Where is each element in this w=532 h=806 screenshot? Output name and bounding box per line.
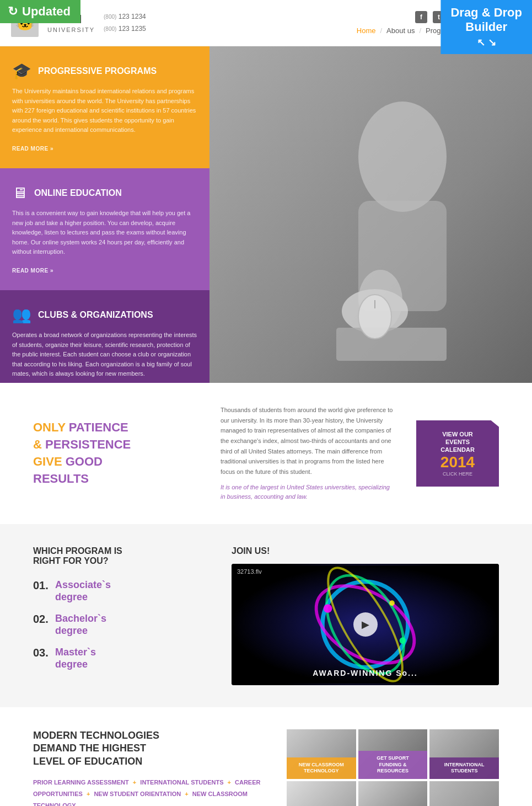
program-num-1: 01. [33, 579, 50, 592]
updated-badge: ↻ Updated [0, 0, 80, 23]
panel-header-online: 🖥 ONLINE EDUCATION [12, 184, 197, 202]
graduation-icon: 🎓 [12, 62, 31, 80]
good-text: GOOD [66, 455, 103, 468]
panel-text-progressive: The University maintains broad internati… [12, 87, 197, 135]
tech-links: PRIOR LEARNING ASSESSMENT + INTERNATIONA… [33, 777, 265, 806]
phone-block: (800) 123 1234 (800) 123 1235 [104, 11, 146, 35]
nav-sep1: / [380, 26, 382, 35]
svg-point-15 [400, 637, 406, 644]
program-name-3: Master`sdegree [55, 647, 96, 670]
programs-section: WHICH PROGRAM ISRIGHT FOR YOU? 01. Assoc… [0, 524, 532, 707]
motivation-section: ONLY PATIENCE & PERSISTENCE GIVE GOOD RE… [0, 383, 532, 524]
photo-placeholder-6 [429, 781, 499, 806]
panel-title-clubs: CLUBS & ORGANIZATIONS [38, 309, 153, 320]
tech-left: MODERN TECHNOLOGIESDEMAND THE HIGHESTLEV… [33, 729, 265, 806]
program-num-2: 02. [33, 613, 50, 626]
program-item-2[interactable]: 02. Bachelor`sdegree [33, 613, 198, 637]
join-heading: JOIN US! [232, 546, 499, 556]
photo-placeholder-5 [358, 781, 428, 806]
events-label: VIEW OUREVENTSCALENDAR [424, 430, 491, 454]
photo-item-2[interactable]: GET SUPORTFUNDING &RESOURCES [358, 729, 428, 779]
events-year: 2014 [424, 453, 491, 471]
svg-point-2 [358, 102, 447, 212]
program-name-1: Associate`sdegree [55, 579, 111, 603]
programs-left: WHICH PROGRAM ISRIGHT FOR YOU? 01. Assoc… [33, 546, 198, 685]
photo-overlay-3: INTERNATIONALSTUDENTS [429, 757, 499, 779]
photo-overlay-1: NEW CLASSROOMTECHNOLOGY [287, 757, 356, 779]
photo-overlay-2: GET SUPORTFUNDING &RESOURCES [358, 751, 428, 779]
link-prior[interactable]: PRIOR LEARNING ASSESSMENT [33, 779, 129, 786]
results-text: RESULTS [33, 472, 89, 485]
video-container[interactable]: 32713.flv ▶ AWARD-WINNING So... [232, 564, 499, 685]
events-box-container: VIEW OUREVENTSCALENDAR 2014 CLICK HERE [416, 420, 499, 487]
photo-placeholder-4 [287, 781, 356, 806]
photo-item-3[interactable]: INTERNATIONALSTUDENTS [429, 729, 499, 779]
panel-header-clubs: 👥 CLUBS & ORGANIZATIONS [12, 306, 197, 324]
panel-title-online: ONLINE EDUCATION [34, 188, 122, 198]
plus4: + [185, 791, 190, 797]
facebook-icon[interactable]: f [415, 11, 427, 23]
play-button[interactable]: ▶ [353, 612, 378, 637]
dnd-label: Drag & DropBuilder [450, 6, 522, 34]
give-text: GIVE [33, 455, 66, 468]
nav-about[interactable]: About us [386, 26, 415, 35]
program-num-3: 03. [33, 647, 50, 659]
photo-item-5[interactable]: CAREEROPPORTUNITIES [358, 781, 428, 806]
panel-progressive: 🎓 PROGRESSIVE PROGRAMS The University ma… [0, 46, 209, 168]
motivation-highlight: It is one of the largest in United State… [221, 483, 394, 502]
programs-right: JOIN US! [232, 546, 499, 685]
patience-text: PATIENCE [69, 420, 128, 434]
link-new[interactable]: NEW STUDENT ORIENTATION [94, 791, 181, 797]
panel-link-progressive[interactable]: READ MORE » [12, 146, 53, 152]
groups-icon: 👥 [12, 306, 31, 324]
video-watermark: AWARD-WINNING So... [232, 669, 499, 677]
panel-online: 🖥 ONLINE EDUCATION This is a convenient … [0, 168, 209, 290]
tech-heading: MODERN TECHNOLOGIESDEMAND THE HIGHESTLEV… [33, 729, 265, 768]
nav-home[interactable]: Home [357, 26, 376, 35]
panel-text-online: This is a convenient way to gain knowled… [12, 209, 197, 257]
program-item-3[interactable]: 03. Master`sdegree [33, 647, 198, 670]
tech-section: MODERN TECHNOLOGIESDEMAND THE HIGHESTLEV… [0, 707, 532, 806]
logo-sub: UNIVERSITY [47, 26, 95, 33]
monitor-icon: 🖥 [12, 184, 28, 202]
nav-sep2: / [419, 26, 421, 35]
motivation-tagline: ONLY PATIENCE & PERSISTENCE GIVE GOOD RE… [33, 419, 198, 487]
hero-image [209, 46, 532, 383]
svg-point-14 [324, 604, 332, 613]
phone2: 123 1235 [119, 25, 146, 33]
program-name-2: Bachelor`sdegree [55, 613, 106, 637]
photo-item-6[interactable]: PRIOR LEARNINGASSESSMENT [429, 781, 499, 806]
panel-link-online[interactable]: READ MORE » [12, 268, 53, 274]
photo-grid: NEW CLASSROOMTECHNOLOGY GET SUPORTFUNDIN… [287, 729, 499, 806]
arrows-icon: ↖ ↘ [450, 36, 522, 49]
plus3: + [87, 791, 92, 797]
click-here-label: CLICK HERE [424, 471, 491, 477]
panel-text-clubs: Operates a broad network of organization… [12, 330, 197, 379]
persistence-text: PERSISTENCE [45, 437, 131, 451]
only-text: ONLY [33, 420, 69, 434]
svg-point-16 [389, 600, 395, 606]
svg-rect-6 [336, 328, 447, 361]
plus1: + [133, 779, 138, 786]
events-box[interactable]: VIEW OUREVENTSCALENDAR 2014 CLICK HERE [416, 420, 499, 487]
refresh-icon: ↻ [8, 4, 18, 19]
dnd-badge: Drag & DropBuilder ↖ ↘ [440, 0, 532, 54]
panel-title-progressive: PROGRESSIVE PROGRAMS [38, 66, 157, 76]
motivation-body: Thousands of students from around the wo… [221, 405, 394, 502]
motivation-title: ONLY PATIENCE & PERSISTENCE GIVE GOOD RE… [33, 419, 198, 487]
hero-section: 🎓 PROGRESSIVE PROGRAMS The University ma… [0, 46, 532, 383]
and-text: & [33, 437, 45, 451]
photo-item-1[interactable]: NEW CLASSROOMTECHNOLOGY [287, 729, 356, 779]
link-intl[interactable]: INTERNATIONAL STUDENTS [140, 779, 223, 786]
tech-right: NEW CLASSROOMTECHNOLOGY GET SUPORTFUNDIN… [287, 729, 499, 806]
phone2-prefix: (800) [104, 26, 116, 32]
programs-heading: WHICH PROGRAM ISRIGHT FOR YOU? [33, 546, 198, 566]
program-item-1[interactable]: 01. Associate`sdegree [33, 579, 198, 603]
panel-clubs: 👥 CLUBS & ORGANIZATIONS Operates a broad… [0, 290, 209, 383]
motivation-desc: Thousands of students from around the wo… [221, 405, 394, 477]
video-label: 32713.flv [237, 568, 262, 575]
phone1-prefix: (800) [104, 14, 116, 20]
phone1: 123 1234 [119, 13, 146, 20]
plus2: + [228, 779, 233, 786]
photo-item-4[interactable]: NEW STUDENTORIENTATION [287, 781, 356, 806]
